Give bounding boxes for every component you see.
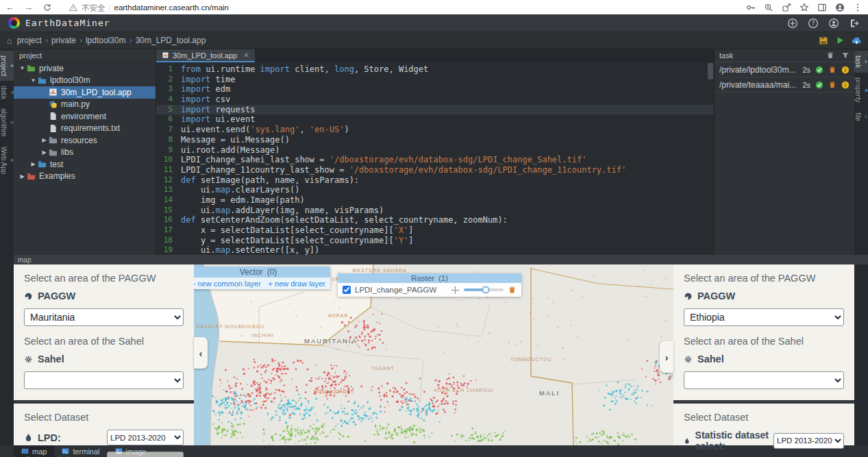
app-file-icon: [162, 51, 169, 59]
map-canvas[interactable]: WESTERN SAHARARIO DE ORODAKHLET NOUADHIB…: [194, 264, 673, 445]
tree-down-arrow-icon[interactable]: ▼: [29, 77, 38, 84]
run-icon[interactable]: [835, 36, 845, 45]
rail-item-algorithm[interactable]: algorithm: [0, 103, 14, 141]
share-icon[interactable]: [782, 3, 791, 12]
tree-item-private[interactable]: ▼private: [14, 62, 156, 75]
tree-item-libs[interactable]: ▶libs: [14, 147, 156, 159]
new-common-layer-link[interactable]: + new common layer: [194, 280, 261, 288]
scrollbar-thumb[interactable]: [708, 63, 713, 79]
breadcrumb-item-private[interactable]: private: [51, 36, 76, 45]
task-delete-trash-icon[interactable]: [828, 81, 836, 89]
save-icon[interactable]: [819, 36, 828, 45]
breadcrumb-item-project[interactable]: project: [17, 36, 42, 45]
vector-panel-header[interactable]: Vector(0): [194, 267, 330, 277]
file-py-icon: [49, 100, 58, 109]
paggw-select-left[interactable]: Mauritania: [24, 308, 184, 326]
menu-dots-icon[interactable]: [853, 3, 863, 12]
raster-panel-header[interactable]: Raster(1): [338, 273, 521, 283]
sahel-heading-right: Select an area of the Sahel: [684, 336, 844, 347]
tree-item-requirements.txt[interactable]: requirements.txt: [14, 123, 156, 135]
user-icon[interactable]: [828, 18, 839, 29]
exit-icon[interactable]: [849, 18, 860, 29]
code-line-10: 10LPDI_change_sahei_last_show = '/dboxst…: [156, 155, 714, 165]
task-delete-trash-icon[interactable]: [828, 66, 836, 74]
map-label-mauritania: MAURITANIA: [304, 337, 358, 345]
collapse-left-panel-button[interactable]: ‹: [194, 337, 208, 369]
browser-reload-icon[interactable]: [42, 3, 52, 12]
code-line-3: 3import edm: [156, 84, 714, 95]
code-area[interactable]: 1from ui.runtime import client, long, St…: [156, 62, 714, 255]
address-bar[interactable]: 不安全 | earthdataminer.casearth.cn/main: [69, 2, 739, 13]
tree-item-resources[interactable]: ▶resources: [14, 134, 156, 147]
tab-close-icon[interactable]: ✕: [243, 51, 249, 59]
rail-item-task[interactable]: task: [854, 51, 868, 73]
line-number: 9: [156, 145, 181, 156]
tree-item-label: test: [50, 160, 63, 169]
avatar-icon[interactable]: [835, 3, 845, 12]
task-info-icon[interactable]: [841, 66, 850, 74]
clear-tasks-trash-icon[interactable]: [826, 51, 834, 60]
tree-right-arrow-icon[interactable]: ▶: [40, 137, 49, 143]
line-number: 15: [156, 206, 181, 216]
task-row[interactable]: /private/lpdtool30m...2s: [715, 62, 854, 77]
breadcrumb-item-30m_LPD_tool.app[interactable]: 30m_LPD_tool.app: [136, 36, 206, 45]
tree-item-30m_LPD_tool.app[interactable]: 30m_LPD_tool.app: [14, 86, 156, 99]
sahel-select-left[interactable]: [24, 371, 184, 389]
paggw-heading: Select an area of the PAGGW: [24, 273, 184, 284]
landcover-select[interactable]: LC 2020: [107, 452, 184, 457]
browser-forward-icon[interactable]: →: [24, 2, 33, 12]
code-line-14: 14 img = edm.Image(path): [156, 195, 714, 206]
tree-right-arrow-icon[interactable]: ▶: [29, 161, 38, 167]
tree-item-label: private: [39, 64, 64, 73]
collapse-right-panel-button[interactable]: ›: [660, 341, 673, 373]
trash-icon: [828, 66, 836, 74]
tree-item-Examples[interactable]: ▶Examples: [14, 171, 156, 183]
algorithm-icon: [8, 121, 16, 125]
rail-item-webapp[interactable]: Web App: [0, 142, 14, 179]
raster-layer-checkbox[interactable]: [343, 286, 351, 294]
tree-item-lpdtool30m[interactable]: ▼lpdtool30m: [14, 75, 156, 87]
map-panel-titlebar: map: [0, 255, 868, 264]
layer-opacity-slider[interactable]: [464, 288, 504, 291]
editor-scrollbar[interactable]: [708, 63, 713, 252]
rail-item-file[interactable]: file: [854, 108, 868, 126]
globe-plus-icon[interactable]: [787, 18, 798, 29]
task-row[interactable]: /private/teaaaa/mai...2s: [715, 77, 854, 92]
zoom-in-icon[interactable]: [764, 3, 773, 12]
tree-right-arrow-icon[interactable]: ▶: [40, 149, 49, 156]
sahel-select-right[interactable]: [684, 371, 844, 389]
lpd-select[interactable]: LPD 2013-2020: [107, 430, 184, 445]
tree-down-arrow-icon[interactable]: ▼: [18, 65, 27, 71]
help-icon[interactable]: ?: [808, 18, 819, 29]
paggw-select-right[interactable]: Ethiopia: [684, 308, 844, 326]
star-icon[interactable]: [799, 3, 809, 12]
avatar-icon: [835, 3, 845, 12]
tree-item-test[interactable]: ▶test: [14, 158, 156, 171]
project-panel: project ▼private▼lpdtool30m30m_LPD_tool.…: [14, 49, 156, 255]
statistic-dataset-select[interactable]: LPD 2013-2020: [773, 433, 844, 449]
tree-item-label: Examples: [39, 171, 75, 181]
delete-layer-trash-icon[interactable]: [508, 286, 517, 295]
tree-item-main.py[interactable]: main.py: [14, 99, 156, 111]
file-app-icon: [49, 88, 58, 97]
filter-funnel-icon[interactable]: [841, 51, 850, 60]
tree-item-environment[interactable]: environment: [14, 110, 156, 123]
cloud-upload-icon[interactable]: [852, 36, 861, 45]
editor-tab[interactable]: 30m_LPD_tool.app ✕: [156, 49, 255, 62]
sidebar-icon[interactable]: [817, 3, 827, 12]
tree-right-arrow-icon[interactable]: ▶: [18, 173, 27, 180]
rail-item-data[interactable]: data: [0, 81, 14, 103]
home-icon[interactable]: ⌂: [7, 36, 12, 46]
slider-knob[interactable]: [482, 286, 489, 294]
paggw-label: PAGGW: [24, 291, 184, 301]
key-icon[interactable]: [746, 3, 756, 12]
new-draw-layer-link[interactable]: + new draw layer: [269, 280, 325, 288]
zoom-to-layer-icon[interactable]: [451, 286, 460, 295]
browser-back-icon[interactable]: ←: [5, 2, 14, 12]
task-info-icon[interactable]: [841, 81, 850, 89]
left-activity-rail: projectdataalgorithmWeb App: [0, 49, 14, 255]
folder-icon: [49, 148, 58, 157]
rail-item-property[interactable]: property: [854, 73, 868, 108]
breadcrumb-item-lpdtool30m[interactable]: lpdtool30m: [86, 36, 126, 45]
rail-item-project[interactable]: project: [0, 51, 14, 81]
